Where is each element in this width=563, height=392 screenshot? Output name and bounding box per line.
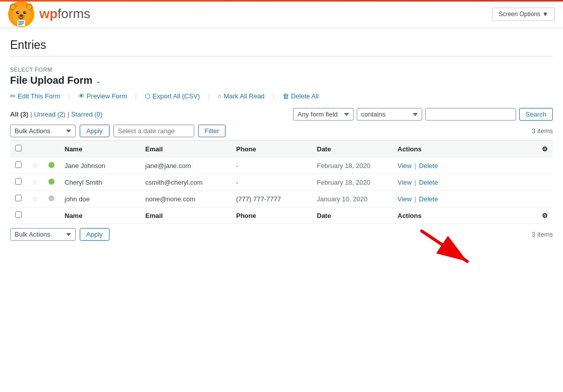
tab-all[interactable]: All (3)	[10, 110, 28, 118]
row1-delete-link[interactable]: Delete	[419, 162, 438, 170]
search-input[interactable]	[425, 108, 516, 121]
apply-top-label: Apply	[86, 127, 103, 135]
items-count-top: 3 items	[532, 127, 553, 135]
row3-phone: (777) 777-7777	[231, 191, 312, 207]
form-name: File Upload Form	[10, 75, 92, 86]
preview-form-link[interactable]: 👁 Preview Form	[78, 92, 127, 100]
star-icon[interactable]: ☆	[32, 195, 38, 203]
sep4: |	[272, 92, 274, 100]
row1-email: jane@jane.com	[140, 157, 231, 174]
row3-star: ☆	[27, 191, 43, 207]
export-csv-link[interactable]: ⬡ Export All (CSV)	[145, 92, 200, 100]
mark-all-read-link[interactable]: ○ Mark All Read	[218, 92, 265, 100]
read-indicator[interactable]	[48, 195, 54, 201]
row3-view-link[interactable]: View	[398, 195, 412, 203]
footer-phone-header: Phone	[231, 207, 312, 224]
row2-checkbox[interactable]	[15, 178, 22, 185]
row3-name: john doe	[60, 191, 140, 207]
trash-icon: 🗑	[283, 92, 289, 100]
row2-view-link[interactable]: View	[398, 179, 412, 186]
footer-gear[interactable]: ⚙	[537, 207, 553, 224]
gear-icon[interactable]: ⚙	[542, 145, 548, 153]
edit-form-link[interactable]: ✏ Edit This Form	[10, 92, 60, 100]
row2-read	[43, 174, 60, 191]
row3-checkbox[interactable]	[15, 195, 22, 201]
bulk-actions-top-select[interactable]: Bulk Actions Delete Mark as Read	[10, 125, 76, 137]
table-row: ☆ Jane Johnson jane@jane.com - February …	[10, 157, 553, 174]
gear-icon[interactable]: ⚙	[542, 212, 548, 219]
select-form-label: SELECT FORM	[10, 67, 553, 73]
filter-label: Filter	[205, 127, 219, 135]
row1-view-link[interactable]: View	[398, 162, 412, 170]
filter-tabs: All (3) | Unread (2) | Starred (0)	[10, 110, 102, 118]
header-row: Name Email Phone Date Actions ⚙	[10, 141, 553, 157]
star-icon[interactable]: ☆	[32, 178, 38, 186]
row3-read	[43, 191, 60, 207]
svg-rect-15	[18, 24, 22, 25]
delete-all-link[interactable]: 🗑 Delete All	[283, 92, 319, 100]
read-indicator[interactable]	[48, 162, 54, 168]
screen-options-button[interactable]: Screen Options ▼	[492, 8, 555, 21]
date-range-input[interactable]	[114, 125, 194, 137]
row2-delete-link[interactable]: Delete	[419, 179, 438, 186]
row1-checkbox[interactable]	[15, 161, 22, 168]
row1-cb	[10, 157, 27, 174]
search-button[interactable]: Search	[519, 108, 553, 121]
logo-forms: forms	[58, 6, 90, 21]
svg-point-6	[16, 11, 19, 14]
logo-area: wpforms	[8, 1, 90, 27]
read-indicator[interactable]	[48, 179, 54, 185]
footer-select-all[interactable]	[15, 211, 22, 218]
row2-cb	[10, 174, 27, 191]
row3-gear	[537, 191, 553, 207]
screen-options-label: Screen Options	[498, 11, 540, 18]
sep1: |	[68, 92, 70, 100]
footer-date-header: Date	[312, 207, 392, 224]
row2-actions: View | Delete	[392, 174, 537, 191]
apply-bottom-button[interactable]: Apply	[80, 228, 109, 241]
tab-starred[interactable]: Starred (0)	[71, 110, 102, 118]
tab-sep2: |	[68, 110, 69, 118]
main-content: Entries SELECT FORM File Upload Form ⌄ ✏…	[0, 28, 563, 392]
contains-select[interactable]: contains does not contain	[357, 108, 422, 121]
header-gear[interactable]: ⚙	[537, 141, 553, 157]
eye-icon: 👁	[78, 92, 85, 100]
wpforms-logo	[8, 1, 34, 27]
export-icon: ⬡	[145, 92, 150, 100]
row3-delete-link[interactable]: Delete	[419, 195, 438, 203]
row2-sep: |	[415, 179, 416, 186]
row1-star: ☆	[27, 157, 43, 174]
row2-date: February 18, 2020	[312, 174, 392, 191]
row1-sep: |	[415, 162, 416, 170]
header-date: Date	[312, 141, 392, 157]
svg-rect-14	[18, 23, 24, 24]
table-header: Name Email Phone Date Actions ⚙	[10, 141, 553, 157]
table-row: ☆ Cheryl Smith csmith@cheryl.com - Febru…	[10, 174, 553, 191]
bulk-actions-bottom-select[interactable]: Bulk Actions Delete Mark as Read	[10, 228, 76, 241]
star-icon[interactable]: ☆	[32, 161, 38, 170]
header-name: Name	[60, 141, 140, 157]
top-bar: wpforms Screen Options ▼	[0, 0, 563, 28]
form-selector[interactable]: File Upload Form ⌄	[10, 75, 553, 86]
logo-wp: wp	[39, 6, 58, 21]
apply-top-button[interactable]: Apply	[80, 125, 109, 137]
filter-button[interactable]: Filter	[198, 125, 226, 137]
form-selector-chevron[interactable]: ⌄	[95, 77, 101, 85]
select-all-checkbox[interactable]	[15, 145, 22, 151]
header-email: Email	[140, 141, 231, 157]
row1-gear	[537, 157, 553, 174]
mark-read-icon: ○	[218, 92, 222, 100]
footer-star	[27, 207, 43, 224]
bulk-actions-bottom-bar: Bulk Actions Delete Mark as Read Apply 3…	[10, 228, 553, 241]
table-body: ☆ Jane Johnson jane@jane.com - February …	[10, 157, 553, 207]
header-cb	[10, 141, 27, 157]
tab-unread[interactable]: Unread (2)	[34, 110, 66, 118]
mark-all-read-label: Mark All Read	[223, 92, 264, 100]
filter-right: Any form field Name Email contains does …	[293, 108, 553, 121]
footer-row: Name Email Phone Date Actions ⚙	[10, 207, 553, 224]
row3-sep: |	[415, 195, 416, 203]
svg-point-4	[27, 5, 31, 9]
row2-email: csmith@cheryl.com	[140, 174, 231, 191]
form-field-select[interactable]: Any form field Name Email	[293, 108, 354, 121]
footer-email-header: Email	[140, 207, 231, 224]
